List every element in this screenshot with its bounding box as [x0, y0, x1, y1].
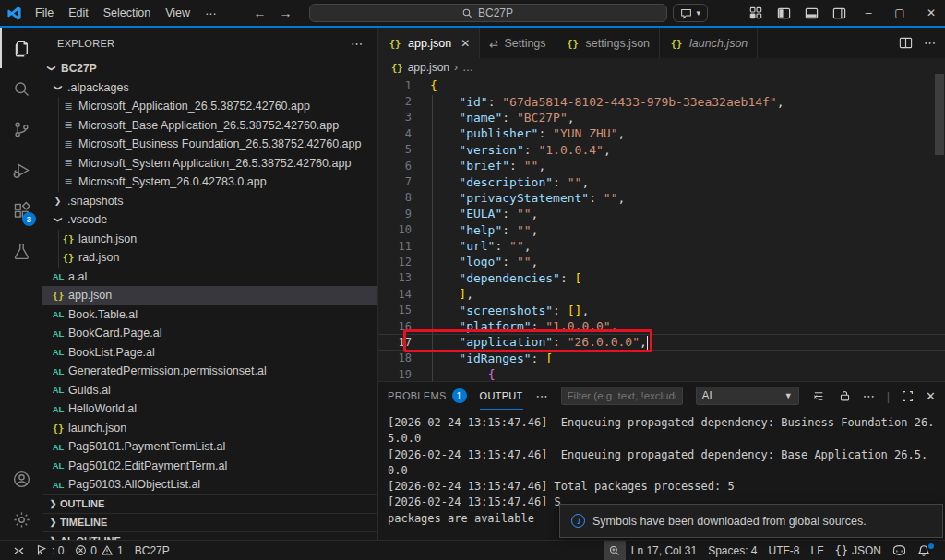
back-button[interactable]: ← — [254, 6, 267, 20]
editor-more-actions-icon[interactable]: ⋯ — [924, 36, 936, 50]
maximize-panel-icon[interactable] — [902, 390, 914, 402]
panel-tab-output[interactable]: OUTPUT — [480, 382, 523, 410]
tree-file-launch.json[interactable]: {}launch.json — [42, 230, 377, 249]
output-filter-input[interactable] — [561, 387, 683, 405]
tree-file-Microsoft_System Application_26.5.38752.42760.app[interactable]: ≣Microsoft_System Application_26.5.38752… — [42, 154, 377, 173]
notification-toast[interactable]: i Symbols have been downloaded from glob… — [559, 504, 943, 538]
forward-button[interactable]: → — [280, 6, 293, 20]
zoom-indicator[interactable] — [604, 541, 626, 560]
code-line-1[interactable]: 1{ — [378, 77, 945, 93]
code-line-12[interactable]: 12 "logo": "", — [378, 254, 945, 269]
tab-app.json[interactable]: {}app.json✕ — [378, 28, 480, 58]
encoding-status[interactable]: UTF-8 — [763, 541, 806, 560]
code-line-14[interactable]: 14 ], — [378, 286, 945, 302]
cursor-position[interactable]: Ln 17, Col 31 — [626, 541, 702, 560]
tree-file-Microsoft_Business Foundation_26.5.38752.42760.app[interactable]: ≣Microsoft_Business Foundation_26.5.3875… — [42, 135, 377, 154]
extensions-icon[interactable]: 3 — [0, 190, 42, 231]
panel-tab-problems[interactable]: PROBLEMS1 — [388, 382, 467, 410]
language-mode[interactable]: {} JSON — [830, 541, 887, 560]
tree-file-rad.json[interactable]: {}rad.json — [42, 248, 377, 268]
section-timeline[interactable]: ❯TIMELINE — [42, 513, 377, 531]
tree-file-Pag50101.PaymentTermList.al[interactable]: ALPag50101.PaymentTermList.al — [42, 437, 377, 457]
tree-file-Microsoft_Base Application_26.5.38752.42760.app[interactable]: ≣Microsoft_Base Application_26.5.38752.4… — [42, 116, 377, 136]
menu-[interactable]: ⋯ — [197, 6, 224, 20]
tree-file-HelloWorld.al[interactable]: ALHelloWorld.al — [42, 399, 377, 419]
tree-file-Pag50102.EditPaymentTerm.al[interactable]: ALPag50102.EditPaymentTerm.al — [42, 457, 377, 476]
code-line-3[interactable]: 3 "name": "BC27P", — [378, 110, 945, 125]
command-center-search[interactable]: BC27P — [309, 4, 667, 22]
menu-view[interactable]: View — [158, 6, 197, 20]
code-line-19[interactable]: 19 { — [378, 366, 945, 381]
tree-file-BookCard.Page.al[interactable]: ALBookCard.Page.al — [42, 324, 377, 343]
code-line-11[interactable]: 11 "url": "", — [378, 238, 945, 254]
tree-folder-.snapshots[interactable]: ❯.snapshots — [42, 192, 377, 211]
tree-folder-.alpackages[interactable]: ❯.alpackages — [42, 78, 377, 98]
copilot-status[interactable] — [887, 541, 912, 560]
eol-status[interactable]: LF — [806, 541, 830, 560]
problems-status[interactable]: 0 1 — [69, 541, 128, 560]
panel-more-actions-icon[interactable]: ⋯ — [536, 389, 548, 403]
code-line-5[interactable]: 5 "version": "1.0.0.4", — [378, 142, 945, 158]
tree-file-GeneratedPermission.permissionset.al[interactable]: ALGeneratedPermission.permissionset.al — [42, 362, 377, 381]
code-line-4[interactable]: 4 "publisher": "YUN ZHU", — [378, 125, 945, 141]
tab-settings.json[interactable]: {}settings.json — [556, 28, 660, 58]
tree-file-Microsoft_System_26.0.42783.0.app[interactable]: ≣Microsoft_System_26.0.42783.0.app — [42, 173, 377, 192]
output-channel-select[interactable]: AL ▼ — [696, 387, 799, 405]
toggle-sidebar-icon[interactable] — [772, 3, 795, 23]
menu-file[interactable]: File — [28, 6, 61, 20]
breadcrumb-file[interactable]: app.json — [408, 61, 449, 74]
customize-layout-icon[interactable] — [744, 3, 768, 23]
breadcrumb-more[interactable]: … — [462, 61, 473, 74]
lock-scroll-icon[interactable] — [839, 389, 851, 402]
run-debug-icon[interactable] — [0, 149, 42, 190]
code-line-10[interactable]: 10 "help": "", — [378, 222, 945, 238]
code-line-7[interactable]: 7 "description": "", — [378, 173, 945, 189]
tree-file-launch.json[interactable]: {}launch.json — [42, 419, 377, 438]
code-line-15[interactable]: 15 "screenshots": [], — [378, 302, 945, 317]
toggle-panel-icon[interactable] — [799, 3, 823, 23]
minimize-button[interactable]: – — [855, 1, 882, 25]
menu-edit[interactable]: Edit — [61, 6, 96, 20]
testing-icon[interactable] — [0, 231, 42, 271]
tab-close-icon[interactable]: ✕ — [461, 37, 470, 50]
code-line-13[interactable]: 13 "dependencies": [ — [378, 270, 945, 286]
tree-folder-BC27P[interactable]: ❯BC27P — [42, 59, 377, 78]
tree-file-Guids.al[interactable]: ALGuids.al — [42, 381, 377, 400]
tree-file-BookList.Page.al[interactable]: ALBookList.Page.al — [42, 343, 377, 363]
notifications-bell[interactable] — [912, 541, 936, 560]
editor-scrollbar[interactable] — [935, 74, 944, 155]
tree-file-a.al[interactable]: ALa.al — [42, 268, 377, 287]
copilot-button[interactable]: ▾ — [673, 4, 709, 22]
breadcrumb[interactable]: {} app.json › … — [378, 58, 945, 76]
tree-folder-.vscode[interactable]: ❯.vscode — [42, 210, 377, 230]
tree-file-Pag50103.AllObjectList.al[interactable]: ALPag50103.AllObjectList.al — [42, 475, 377, 494]
split-editor-icon[interactable] — [899, 36, 913, 50]
toggle-secondary-sidebar-icon[interactable] — [827, 3, 851, 23]
settings-gear-icon[interactable] — [0, 499, 42, 540]
tree-file-app.json[interactable]: {}app.json — [42, 286, 377, 305]
explorer-icon[interactable] — [0, 28, 42, 68]
panel-overflow-icon[interactable]: ⋯ — [863, 389, 875, 403]
close-button[interactable]: ✕ — [917, 1, 945, 25]
explorer-more-actions-icon[interactable]: ⋯ — [351, 37, 363, 51]
code-line-8[interactable]: 8 "privacyStatement": "", — [378, 190, 945, 206]
maximize-button[interactable]: ▢ — [886, 1, 914, 25]
project-status[interactable]: BC27P — [129, 541, 175, 560]
menu-selection[interactable]: Selection — [96, 6, 158, 20]
tab-Settings[interactable]: ⇄Settings — [480, 28, 556, 58]
clear-output-icon[interactable] — [813, 389, 827, 403]
close-panel-icon[interactable]: ✕ — [926, 389, 936, 403]
tree-file-Book.Table.al[interactable]: ALBook.Table.al — [42, 305, 377, 325]
indentation-status[interactable]: Spaces: 4 — [702, 541, 762, 560]
code-line-18[interactable]: 18 "idRanges": [ — [378, 351, 945, 366]
launch-status[interactable]: : 0 — [30, 541, 69, 560]
section-outline[interactable]: ❯OUTLINE — [42, 494, 377, 513]
code-line-9[interactable]: 9 "EULA": "", — [378, 206, 945, 221]
code-line-6[interactable]: 6 "brief": "", — [378, 158, 945, 173]
tab-launch.json[interactable]: {}launch.json — [660, 28, 758, 58]
tree-file-Microsoft_Application_26.5.38752.42760.app[interactable]: ≣Microsoft_Application_26.5.38752.42760.… — [42, 97, 377, 116]
account-icon[interactable] — [0, 459, 42, 499]
source-control-icon[interactable] — [0, 109, 42, 149]
section-al-outline[interactable]: ❯AL OUTLINE — [42, 531, 377, 541]
remote-indicator[interactable] — [7, 541, 30, 560]
